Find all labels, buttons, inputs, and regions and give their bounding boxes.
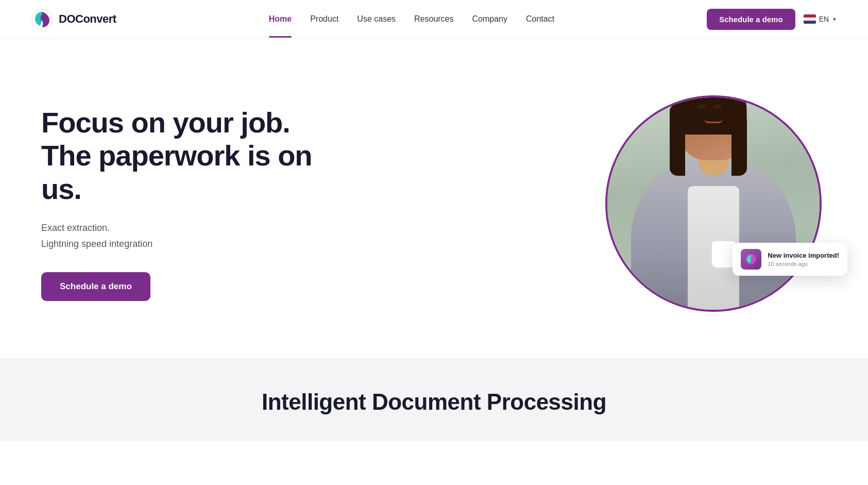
notification-app-icon [745, 254, 757, 265]
hero-subtitle-line1: Exact extraction. [41, 223, 110, 233]
svg-point-1 [40, 15, 44, 21]
nav-item-product[interactable]: Product [310, 14, 338, 24]
navbar: DOConvert Home Product Use cases Resourc… [0, 0, 868, 39]
hero-subtitle-line2: Lightning speed integration [41, 239, 152, 249]
nav-link-resources[interactable]: Resources [414, 14, 453, 23]
language-selector[interactable]: EN ▼ [804, 14, 837, 24]
nav-item-contact[interactable]: Contact [526, 14, 554, 24]
nav-item-home[interactable]: Home [269, 14, 292, 24]
nav-item-company[interactable]: Company [472, 14, 507, 24]
nav-link-company[interactable]: Company [472, 14, 507, 23]
brand-name: DOConvert [59, 12, 116, 26]
nav-link-contact[interactable]: Contact [526, 14, 554, 23]
chevron-down-icon: ▼ [832, 16, 837, 22]
nav-link-product[interactable]: Product [310, 14, 338, 23]
hero-section: Focus on your job. The paperwork is on u… [0, 39, 868, 358]
bottom-section: Intelligent Document Processing [0, 358, 868, 441]
hero-image-area: New invoice imported! 10 seconds ago [590, 70, 837, 338]
nav-item-resources[interactable]: Resources [414, 14, 453, 24]
hero-subtitle: Exact extraction. Lightning speed integr… [41, 220, 319, 252]
nav-right: Schedule a demo EN ▼ [707, 9, 837, 30]
us-flag-icon [804, 14, 816, 24]
nav-item-use-cases[interactable]: Use cases [357, 14, 396, 24]
bottom-title: Intelligent Document Processing [31, 389, 837, 415]
nav-links: Home Product Use cases Resources Company… [269, 14, 554, 24]
logo-link[interactable]: DOConvert [31, 8, 116, 30]
notification-popup: New invoice imported! 10 seconds ago [733, 243, 847, 276]
notification-time: 10 seconds ago [768, 261, 839, 267]
hero-circle-frame [605, 95, 822, 312]
person-image [607, 97, 820, 310]
notification-text: New invoice imported! 10 seconds ago [768, 252, 839, 267]
nav-link-use-cases[interactable]: Use cases [357, 14, 396, 23]
notification-title: New invoice imported! [768, 252, 839, 259]
hero-title: Focus on your job. The paperwork is on u… [41, 106, 319, 206]
nav-link-home[interactable]: Home [269, 14, 292, 23]
notification-icon-container [741, 249, 761, 270]
logo-icon [31, 8, 54, 30]
header-schedule-demo-button[interactable]: Schedule a demo [707, 9, 795, 30]
lang-code: EN [819, 15, 829, 23]
hero-schedule-demo-button[interactable]: Schedule a demo [41, 272, 150, 301]
hero-content: Focus on your job. The paperwork is on u… [41, 106, 319, 301]
